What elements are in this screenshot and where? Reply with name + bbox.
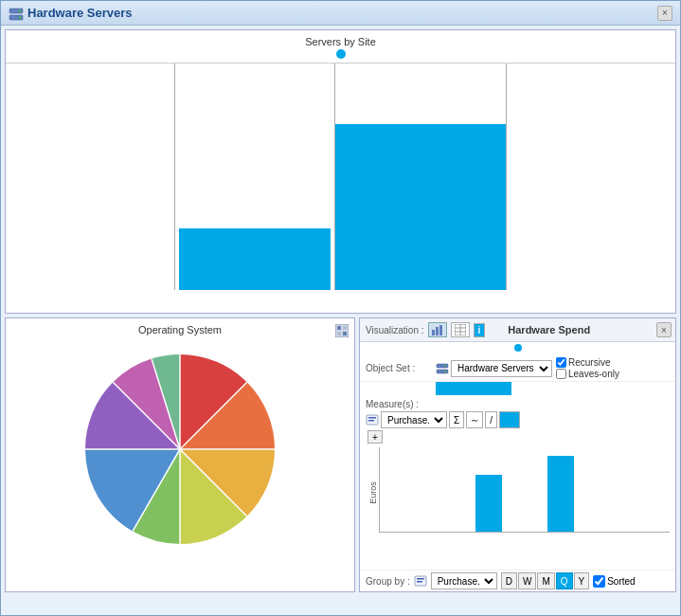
pie-chart-container [6, 335, 354, 563]
spend-dot [514, 344, 522, 352]
top-bar-chart [6, 63, 675, 290]
spend-chart-area: Euros [360, 445, 675, 540]
bar-group-4 [507, 63, 666, 290]
svg-rect-34 [417, 581, 422, 583]
svg-rect-4 [335, 324, 349, 337]
spend-panel: × Visualization : [359, 317, 676, 592]
top-chart-panel: Servers by Site [5, 29, 676, 314]
object-set-dropdown: Hardware Servers [436, 360, 552, 377]
spend-title: Hardware Spend [508, 324, 590, 335]
group-by-row: Group by : Purchase... D W M Q Y [360, 570, 675, 591]
sum-button[interactable]: Σ [449, 411, 464, 428]
recursive-checkbox[interactable] [556, 357, 566, 368]
leaves-only-checkbox-item: Leaves-only [556, 369, 619, 379]
slash-button[interactable]: / [485, 411, 497, 428]
spend-close-button[interactable]: × [656, 322, 672, 337]
tilde-button[interactable]: ∼ [466, 411, 483, 428]
measure-label: Measure(s) : [366, 399, 670, 409]
svg-rect-30 [368, 417, 376, 419]
add-measure-button[interactable]: + [367, 430, 383, 444]
top-chart-dot-row [6, 49, 675, 59]
svg-rect-26 [437, 370, 448, 373]
svg-rect-8 [343, 332, 347, 335]
period-W-button[interactable]: W [518, 572, 536, 589]
bottom-area: Operating System [5, 317, 676, 602]
viz-table-button[interactable] [451, 322, 470, 337]
spend-bars [379, 447, 670, 533]
spend-bar-1 [475, 475, 502, 532]
pie-panel: Operating System [5, 317, 355, 592]
object-set-row: Object Set : Hardware Servers [360, 355, 675, 382]
viz-info-button[interactable]: i [474, 323, 486, 337]
group-by-label: Group by : [366, 576, 410, 587]
svg-point-28 [444, 371, 446, 372]
spend-bar-group-2 [456, 475, 524, 532]
y-axis-label: Euros [368, 481, 378, 504]
top-chart-dot [336, 49, 346, 59]
object-set-bar [436, 382, 511, 395]
svg-rect-25 [437, 364, 448, 368]
content-area: Servers by Site [1, 26, 680, 616]
bar-1 [179, 228, 331, 290]
measure-controls: Purchase... Σ ∼ / [366, 411, 670, 428]
svg-rect-5 [337, 326, 341, 330]
sorted-checkbox-item: Sorted [593, 575, 635, 588]
spend-bar-2 [547, 456, 574, 532]
leaves-only-label: Leaves-only [568, 369, 619, 379]
sorted-checkbox[interactable] [593, 575, 605, 588]
purchase-measure-icon [366, 413, 379, 426]
spend-dot-row [360, 344, 675, 352]
recursive-checkbox-item: Recursive [556, 357, 619, 368]
leaves-only-checkbox[interactable] [556, 369, 566, 379]
svg-rect-7 [337, 332, 341, 335]
period-buttons: D W M Q Y [501, 572, 589, 589]
period-Y-button[interactable]: Y [574, 572, 590, 589]
period-M-button[interactable]: M [537, 572, 554, 589]
group-purchase-icon [414, 574, 427, 588]
viz-bar-button[interactable] [428, 322, 447, 337]
viz-label: Visualization : [366, 325, 424, 335]
checkbox-group: Recursive Leaves-only [556, 357, 619, 379]
group-by-select[interactable]: Purchase... [431, 572, 497, 589]
window-close-button[interactable]: × [657, 6, 672, 21]
svg-rect-18 [432, 330, 435, 335]
svg-point-27 [444, 365, 446, 367]
svg-rect-20 [439, 325, 442, 335]
svg-rect-31 [368, 420, 374, 422]
purchase-measure-select[interactable]: Purchase... [381, 411, 447, 428]
pie-chart-title: Operating System [6, 318, 354, 335]
window-title: Hardware Servers [27, 6, 133, 20]
bar-group-2 [175, 63, 334, 290]
svg-rect-6 [343, 326, 347, 330]
bar-group-3 [335, 63, 506, 290]
period-D-button[interactable]: D [501, 572, 517, 589]
svg-rect-19 [436, 327, 439, 335]
spend-bar-group-3 [527, 456, 595, 532]
recursive-label: Recursive [568, 357, 610, 368]
pie-expand-button[interactable] [335, 324, 349, 337]
svg-point-2 [19, 9, 21, 11]
title-bar: Hardware Servers × [1, 1, 680, 26]
bar-group-1 [15, 63, 174, 290]
pie-chart-svg [76, 345, 284, 553]
hardware-servers-small-icon [436, 362, 449, 375]
measure-section: Measure(s) : Purchase... Σ ∼ / [360, 397, 675, 445]
object-set-label: Object Set : [366, 363, 432, 373]
spend-header: Visualization : [360, 318, 675, 342]
main-window: Hardware Servers × Servers by Site [0, 0, 681, 616]
top-chart-title: Servers by Site [6, 30, 675, 47]
svg-rect-33 [417, 578, 424, 580]
svg-point-3 [19, 16, 21, 18]
color-picker-button[interactable] [499, 411, 520, 428]
sorted-label: Sorted [607, 576, 635, 587]
period-Q-button[interactable]: Q [556, 572, 573, 589]
object-set-select[interactable]: Hardware Servers [451, 360, 552, 377]
hardware-servers-icon [9, 7, 22, 20]
object-set-bar-row [360, 382, 675, 397]
bar-2 [335, 124, 506, 290]
